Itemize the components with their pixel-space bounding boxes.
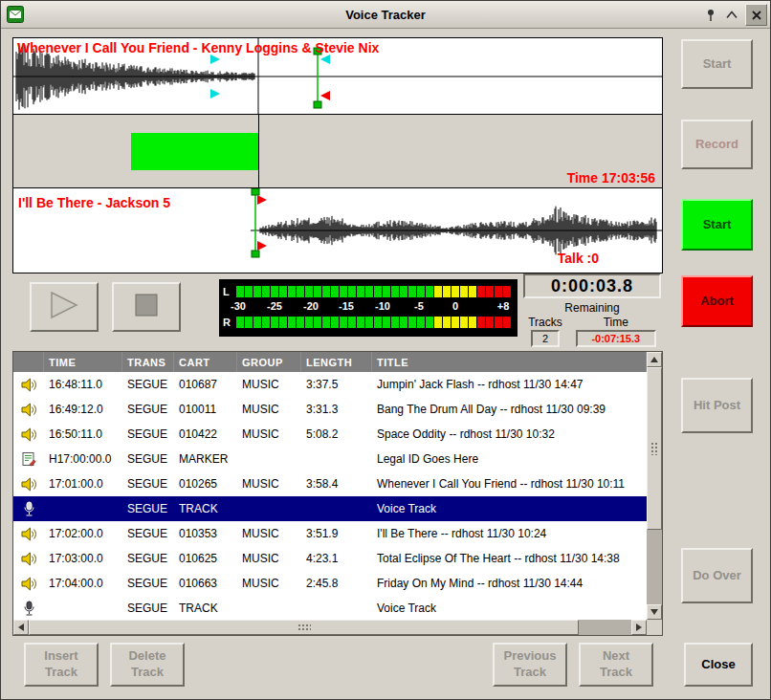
elapsed-time-display: 0:00:03.8 <box>523 273 661 298</box>
table-row[interactable]: 16:50:11.0SEGUE010422MUSIC5:08.2Space Od… <box>13 422 647 447</box>
do-over-button[interactable]: Do Over <box>681 548 753 603</box>
start-preview-button[interactable]: Start <box>681 39 753 89</box>
column-header-group[interactable]: GROUP <box>237 352 301 372</box>
previous-track-button[interactable]: Previous Track <box>493 643 567 687</box>
speaker-icon <box>13 521 44 546</box>
voice-track-pane[interactable]: Time 17:03:56 <box>13 115 662 188</box>
cell-title: Legal ID Goes Here <box>372 447 647 471</box>
speaker-icon <box>13 571 44 596</box>
column-header-trans[interactable]: TRANS <box>122 352 174 372</box>
start-marker-handle-bottom[interactable] <box>252 251 259 257</box>
stop-icon <box>135 294 158 320</box>
pin-icon[interactable] <box>701 6 720 24</box>
cell-time <box>44 496 122 521</box>
time-readout: Time 17:03:56 <box>567 170 655 186</box>
speaker-icon <box>13 471 44 496</box>
vertical-scroll-thumb[interactable] <box>647 367 662 530</box>
scroll-down-icon[interactable] <box>647 604 662 620</box>
cell-group: MUSIC <box>237 571 301 596</box>
cell-trans: SEGUE <box>122 397 174 422</box>
cell-time: 16:49:12.0 <box>44 397 122 422</box>
cell-cart: MARKER <box>174 447 237 471</box>
titlebar[interactable]: Voice Tracker <box>1 1 770 29</box>
cell-time <box>44 596 122 621</box>
insert-track-button[interactable]: Insert Track <box>24 643 99 687</box>
abort-button[interactable]: Abort <box>681 275 753 327</box>
column-header-length[interactable]: LENGTH <box>301 352 372 372</box>
table-row[interactable]: 17:03:00.0SEGUE010625MUSIC4:23.1Total Ec… <box>13 546 647 571</box>
play-button[interactable] <box>30 282 99 332</box>
scrollbar-corner <box>647 620 662 635</box>
remaining-panel: Remaining Tracks 2 Time -0:07:15.3 <box>523 301 661 347</box>
remaining-tracks-label: Tracks <box>528 316 562 329</box>
cell-length: 3:31.3 <box>301 397 372 422</box>
scroll-right-icon[interactable] <box>631 620 647 635</box>
scroll-left-icon[interactable] <box>13 620 29 635</box>
scroll-up-icon[interactable] <box>647 352 662 367</box>
voice-track-region[interactable] <box>131 133 258 170</box>
cell-time: H17:00:00.0 <box>44 447 122 471</box>
column-header-time[interactable]: TIME <box>44 352 122 372</box>
horizontal-scroll-thumb[interactable] <box>29 620 579 635</box>
cell-time: 17:04:00.0 <box>44 571 122 596</box>
track1-waveform-pane[interactable]: Whenever I Call You Friend - Kenny Loggi… <box>13 38 662 115</box>
column-header-cart[interactable]: CART <box>174 352 237 372</box>
start-next-button[interactable]: Start <box>681 199 753 251</box>
log-list: TIMETRANSCARTGROUPLENGTHTITLE 16:48:11.0… <box>12 351 663 636</box>
table-row[interactable]: H17:00:00.0SEGUEMARKERLegal ID Goes Here <box>13 447 647 471</box>
segue-marker[interactable] <box>320 91 330 100</box>
cell-group <box>237 596 301 621</box>
remaining-label: Remaining <box>523 301 661 315</box>
table-row[interactable]: 16:49:12.0SEGUE010011MUSIC3:31.3Bang The… <box>13 397 647 422</box>
track2-waveform-pane[interactable]: I'll Be There - Jackson 5 Talk :0 <box>13 188 662 273</box>
cell-cart: 010422 <box>174 422 237 447</box>
close-button[interactable]: Close <box>684 643 753 687</box>
cell-group <box>237 496 301 521</box>
cell-cart: TRACK <box>174 496 237 521</box>
hit-post-button[interactable]: Hit Post <box>681 378 753 433</box>
fade-marker-bottom[interactable] <box>210 89 220 98</box>
segue-start-marker-bottom[interactable] <box>257 241 267 251</box>
vertical-scrollbar[interactable] <box>647 352 662 620</box>
start-marker-handle-top[interactable] <box>252 188 259 195</box>
cell-time: 17:02:00.0 <box>44 521 122 546</box>
fade-marker-top[interactable] <box>210 55 220 64</box>
cell-length <box>301 496 372 521</box>
cell-length: 2:45.8 <box>301 571 372 596</box>
window-title: Voice Tracker <box>1 8 770 22</box>
horizontal-scrollbar[interactable] <box>13 620 647 635</box>
stop-button[interactable] <box>112 282 181 332</box>
cell-length <box>301 447 372 471</box>
table-row[interactable]: 17:02:00.0SEGUE010353MUSIC3:51.9I'll Be … <box>13 521 647 546</box>
cell-time: 17:03:00.0 <box>44 546 122 571</box>
table-row[interactable]: SEGUETRACKVoice Track <box>13 496 647 521</box>
column-header-title[interactable]: TITLE <box>372 352 647 372</box>
table-row[interactable]: 17:04:00.0SEGUE010663MUSIC2:45.8Friday O… <box>13 571 647 596</box>
cell-length: 3:37.5 <box>301 372 372 397</box>
end-marker-handle-bottom[interactable] <box>314 101 321 108</box>
table-row[interactable]: 17:01:00.0SEGUE010265MUSIC3:58.4Whenever… <box>13 471 647 496</box>
next-track-button[interactable]: Next Track <box>579 643 653 687</box>
cell-cart: 010663 <box>174 571 237 596</box>
column-header-icon[interactable] <box>13 352 44 372</box>
cell-group: MUSIC <box>237 372 301 397</box>
cell-title: I'll Be There -- rdhost 11/30 10:24 <box>372 521 647 546</box>
cell-trans: SEGUE <box>122 571 174 596</box>
remaining-time-value: -0:07:15.3 <box>576 330 656 347</box>
close-icon[interactable] <box>745 4 767 26</box>
table-row[interactable]: SEGUETRACKVoice Track <box>13 596 647 621</box>
cell-group: MUSIC <box>237 422 301 447</box>
segue-start-marker-top[interactable] <box>257 195 267 205</box>
shade-icon[interactable] <box>722 6 741 24</box>
cell-cart: 010625 <box>174 546 237 571</box>
fade-marker-end[interactable] <box>320 55 330 64</box>
speaker-icon <box>13 422 44 447</box>
record-button[interactable]: Record <box>681 120 753 169</box>
cell-cart: 010687 <box>174 372 237 397</box>
segue-line <box>258 115 259 187</box>
mic-icon <box>13 496 44 521</box>
delete-track-button[interactable]: Delete Track <box>110 643 185 687</box>
cell-group: MUSIC <box>237 397 301 422</box>
cell-title: Bang The Drum All Day -- rdhost 11/30 09… <box>372 397 647 422</box>
table-row[interactable]: 16:48:11.0SEGUE010687MUSIC3:37.5Jumpin' … <box>13 372 647 397</box>
